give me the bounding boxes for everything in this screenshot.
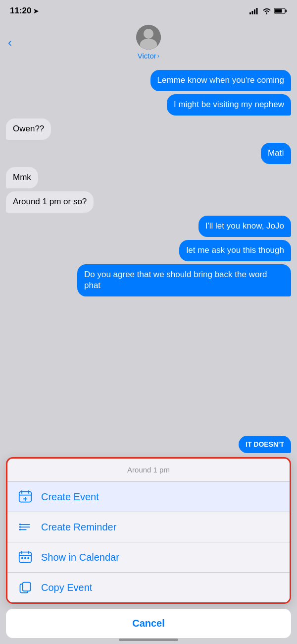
partial-message-row: IT DOESN'T bbox=[0, 434, 297, 457]
message-row-1: Lemme know when you're coming bbox=[6, 70, 291, 91]
message-row-5: Mmk bbox=[6, 167, 291, 188]
copy-event-icon bbox=[17, 580, 33, 595]
contact-info[interactable]: Victor › bbox=[136, 25, 161, 60]
time-label: 11:20 bbox=[10, 6, 31, 16]
create-reminder-button[interactable]: Create Reminder bbox=[7, 512, 290, 542]
message-row-6: Around 1 pm or so? bbox=[6, 191, 291, 213]
svg-rect-5 bbox=[286, 10, 287, 12]
message-bubble-9: Do you agree that we should bring back t… bbox=[77, 264, 291, 297]
svg-rect-28 bbox=[27, 557, 29, 559]
create-reminder-icon bbox=[17, 519, 33, 535]
message-row-8: let me ask you this though bbox=[6, 240, 291, 261]
message-bubble-2: I might be visiting my nephew bbox=[167, 94, 291, 116]
message-row-2: I might be visiting my nephew bbox=[6, 94, 291, 116]
action-sheet-header-text: Around 1 pm bbox=[127, 466, 170, 474]
svg-point-21 bbox=[19, 529, 21, 531]
show-calendar-label: Show in Calendar bbox=[41, 552, 119, 563]
action-sheet-container: Around 1 pm Create Event bbox=[0, 457, 297, 644]
message-row-3: Owen?? bbox=[6, 118, 291, 140]
message-row-7: I'll let you know, JoJo bbox=[6, 216, 291, 237]
message-bubble-1: Lemme know when you're coming bbox=[150, 70, 291, 91]
back-button[interactable]: ‹ bbox=[8, 36, 12, 50]
action-sheet: Around 1 pm Create Event bbox=[6, 457, 291, 604]
status-bar: 11:20 ➤ bbox=[0, 0, 297, 22]
message-bubble-4: Matí bbox=[261, 143, 291, 164]
cancel-label: Cancel bbox=[132, 618, 165, 629]
partial-message-bubble: IT DOESN'T bbox=[239, 436, 291, 453]
svg-point-19 bbox=[19, 524, 21, 526]
show-calendar-button[interactable]: Show in Calendar bbox=[7, 542, 290, 573]
message-bubble-6: Around 1 pm or so? bbox=[6, 191, 94, 213]
svg-rect-30 bbox=[23, 583, 31, 591]
svg-rect-2 bbox=[254, 9, 255, 14]
svg-rect-0 bbox=[249, 12, 251, 14]
message-bubble-5: Mmk bbox=[6, 167, 38, 188]
svg-point-8 bbox=[144, 29, 153, 38]
copy-event-button[interactable]: Copy Event bbox=[7, 573, 290, 602]
message-row-9: Do you agree that we should bring back t… bbox=[6, 264, 291, 297]
header: ‹ Victor › bbox=[0, 22, 297, 65]
avatar bbox=[136, 25, 161, 50]
svg-rect-3 bbox=[256, 8, 258, 14]
cancel-button[interactable]: Cancel bbox=[6, 609, 291, 638]
message-bubble-7: I'll let you know, JoJo bbox=[198, 216, 291, 237]
create-event-icon bbox=[17, 489, 33, 505]
battery-icon bbox=[274, 7, 287, 14]
svg-rect-6 bbox=[275, 9, 282, 13]
svg-point-20 bbox=[19, 526, 21, 528]
signal-icon bbox=[249, 7, 259, 14]
status-time: 11:20 ➤ bbox=[10, 6, 39, 16]
create-reminder-label: Create Reminder bbox=[41, 522, 116, 533]
bottom-sheet-overlay: IT DOESN'T Around 1 pm bbox=[0, 434, 297, 644]
svg-point-7 bbox=[136, 25, 161, 50]
avatar-image bbox=[136, 25, 161, 50]
contact-name-row[interactable]: Victor › bbox=[138, 52, 159, 60]
message-row-4: Matí bbox=[6, 143, 291, 164]
svg-rect-1 bbox=[252, 11, 253, 14]
cancel-sheet: Cancel bbox=[6, 609, 291, 638]
contact-chevron-icon: › bbox=[157, 52, 159, 59]
action-sheet-header: Around 1 pm bbox=[7, 459, 290, 482]
svg-rect-26 bbox=[21, 557, 23, 559]
message-bubble-3: Owen?? bbox=[6, 118, 51, 140]
svg-rect-27 bbox=[24, 557, 26, 559]
create-event-label: Create Event bbox=[41, 491, 99, 503]
location-arrow-icon: ➤ bbox=[33, 7, 39, 15]
create-event-button[interactable]: Create Event bbox=[7, 482, 290, 512]
status-icons bbox=[249, 7, 287, 14]
svg-point-9 bbox=[142, 41, 155, 50]
copy-event-label: Copy Event bbox=[41, 582, 92, 593]
wifi-icon bbox=[262, 7, 271, 14]
show-calendar-icon bbox=[17, 549, 33, 565]
message-bubble-8: let me ask you this though bbox=[179, 240, 291, 261]
chat-area: Lemme know when you're coming I might be… bbox=[0, 65, 297, 301]
contact-name-label: Victor bbox=[138, 52, 156, 60]
home-indicator bbox=[119, 639, 178, 641]
